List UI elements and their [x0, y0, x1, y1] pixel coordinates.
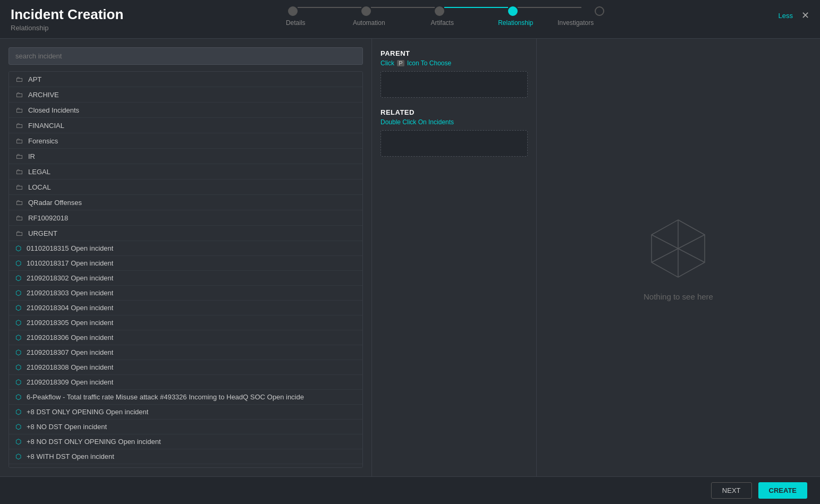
step-label-artifacts: Artifacts: [431, 19, 454, 27]
list-item[interactable]: ⬡ 21092018307 Open incident: [9, 345, 362, 360]
item-label: URGENT: [28, 229, 57, 237]
list-item[interactable]: 🗀 LEGAL: [9, 164, 362, 180]
next-button[interactable]: NEXT: [711, 482, 752, 499]
item-label: +8 DST ONLY OPENING Open incident: [27, 408, 148, 416]
list-item[interactable]: 🗀 FINANCIAL: [9, 118, 362, 133]
list-item[interactable]: 🗀 URGENT: [9, 226, 362, 241]
list-item[interactable]: ⬡ 21092018304 Open incident: [9, 301, 362, 315]
related-hint: Double Click On Incidents: [381, 118, 528, 126]
list-item[interactable]: 🗀 APT: [9, 72, 362, 87]
modal-title: Incident Creation: [11, 6, 128, 23]
item-label: +8 WITH DST Open incident: [27, 452, 114, 460]
item-label: QRadar Offenses: [28, 199, 82, 207]
item-label: Closed Incidents: [28, 106, 79, 114]
list-item[interactable]: 🗀 Closed Incidents: [9, 102, 362, 118]
list-item[interactable]: ⬡ +8 NO DST Open incident: [9, 420, 362, 434]
item-label: Forensics: [28, 137, 58, 145]
item-label: 6-Peakflow - Total traffic rate Misuse a…: [27, 393, 304, 401]
list-item[interactable]: 🗀 LOCAL: [9, 180, 362, 195]
step-artifacts[interactable]: Artifacts: [435, 6, 508, 27]
step-label-investigators: Investigators: [557, 19, 594, 27]
folder-icon: 🗀: [15, 136, 23, 145]
folder-icon: 🗀: [15, 213, 23, 222]
item-label: ARCHIVE: [28, 91, 59, 99]
shield-icon: ⬡: [15, 378, 21, 386]
incident-creation-modal: Incident Creation Relationship Details: [0, 0, 820, 504]
list-item[interactable]: ⬡ 21092018308 Open incident: [9, 360, 362, 375]
list-item[interactable]: ⬡ 01102018315 Open incident: [9, 241, 362, 256]
folder-icon: 🗀: [15, 183, 23, 191]
create-button[interactable]: CREATE: [758, 482, 807, 499]
step-dot-details: [288, 6, 298, 16]
parent-hint: Click P Icon To Choose: [381, 59, 528, 67]
list-item[interactable]: ⬡ 21092018309 Open incident: [9, 375, 362, 390]
steps-container: Details Automation: [128, 6, 779, 27]
list-item[interactable]: ⬡ 21092018306 Open incident: [9, 330, 362, 345]
step-label-relationship: Relationship: [498, 19, 533, 27]
shield-icon: ⬡: [15, 244, 21, 252]
step-investigators[interactable]: Investigators: [581, 6, 618, 27]
related-drop-zone[interactable]: [381, 130, 528, 157]
steps: Details Automation: [288, 6, 618, 27]
item-label: 01102018315 Open incident: [27, 244, 113, 252]
connector-2: [371, 7, 435, 8]
less-button[interactable]: Less: [779, 12, 793, 20]
parent-drop-zone[interactable]: [381, 71, 528, 98]
right-panel: Nothing to see here: [537, 39, 820, 476]
list-item[interactable]: 🗀 Forensics: [9, 133, 362, 149]
list-item[interactable]: ⬡ 6-Peakflow - Total traffic rate Misuse…: [9, 390, 362, 405]
item-label: RF10092018: [28, 214, 68, 222]
step-automation[interactable]: Automation: [361, 6, 435, 27]
shield-icon: ⬡: [15, 423, 21, 431]
list-item[interactable]: ⬡ AUTOMATIC SYSLOG EVENTS RULE Alert Arc…: [9, 464, 362, 468]
list-item[interactable]: 🗀 QRadar Offenses: [9, 195, 362, 210]
item-label: AUTOMATIC SYSLOG EVENTS RULE Alert ArcSi…: [27, 467, 314, 468]
svg-line-3: [678, 235, 705, 249]
cube-icon: [646, 215, 710, 284]
modal-footer: NEXT CREATE: [0, 476, 820, 504]
list-item[interactable]: ⬡ +8 DST ONLY OPENING Open incident: [9, 405, 362, 420]
modal-header: Incident Creation Relationship Details: [0, 0, 820, 39]
list-item[interactable]: 🗀 ARCHIVE: [9, 87, 362, 102]
list-item[interactable]: ⬡ 21092018302 Open incident: [9, 271, 362, 286]
folder-icon: 🗀: [15, 229, 23, 237]
list-item[interactable]: ⬡ 21092018303 Open incident: [9, 286, 362, 301]
search-input[interactable]: [9, 47, 363, 65]
shield-icon: ⬡: [15, 319, 21, 327]
list-item[interactable]: ⬡ +8 WITH DST Open incident: [9, 449, 362, 464]
list-item[interactable]: ⬡ +8 NO DST ONLY OPENING Open incident: [9, 434, 362, 449]
item-label: APT: [28, 75, 41, 83]
step-dot-artifacts: [435, 6, 444, 16]
close-button[interactable]: ✕: [801, 11, 809, 20]
item-label: 21092018302 Open incident: [27, 274, 113, 282]
incident-list[interactable]: 🗀 APT 🗀 ARCHIVE 🗀 Closed Incidents 🗀 FIN…: [9, 71, 363, 468]
header-left: Incident Creation Relationship: [11, 6, 128, 38]
shield-icon: ⬡: [15, 259, 21, 267]
shield-icon: ⬡: [15, 438, 21, 446]
folder-icon: 🗀: [15, 75, 23, 83]
shield-icon: ⬡: [15, 334, 21, 341]
svg-line-2: [652, 235, 678, 249]
item-label: IR: [28, 152, 35, 160]
item-label: 21092018308 Open incident: [27, 363, 113, 371]
item-label: LOCAL: [28, 183, 51, 191]
step-details[interactable]: Details: [288, 6, 361, 27]
step-dot-automation: [361, 6, 371, 16]
list-item[interactable]: 🗀 RF10092018: [9, 210, 362, 226]
step-label-automation: Automation: [353, 19, 385, 27]
folder-icon: 🗀: [15, 121, 23, 130]
item-label: 21092018309 Open incident: [27, 378, 113, 386]
list-item[interactable]: ⬡ 10102018317 Open incident: [9, 256, 362, 271]
list-item[interactable]: 🗀 IR: [9, 149, 362, 164]
cube-container: Nothing to see here: [644, 215, 713, 301]
middle-panel: PARENT Click P Icon To Choose RELATED Do…: [372, 39, 537, 476]
shield-icon: ⬡: [15, 304, 21, 312]
list-item[interactable]: ⬡ 21092018305 Open incident: [9, 315, 362, 330]
related-section: RELATED Double Click On Incidents: [381, 108, 528, 157]
connector-1: [298, 7, 361, 8]
modal-body: 🗀 APT 🗀 ARCHIVE 🗀 Closed Incidents 🗀 FIN…: [0, 39, 820, 476]
parent-section: PARENT Click P Icon To Choose: [381, 49, 528, 98]
shield-icon: ⬡: [15, 408, 21, 416]
shield-icon: ⬡: [15, 467, 21, 468]
shield-icon: ⬡: [15, 363, 21, 371]
